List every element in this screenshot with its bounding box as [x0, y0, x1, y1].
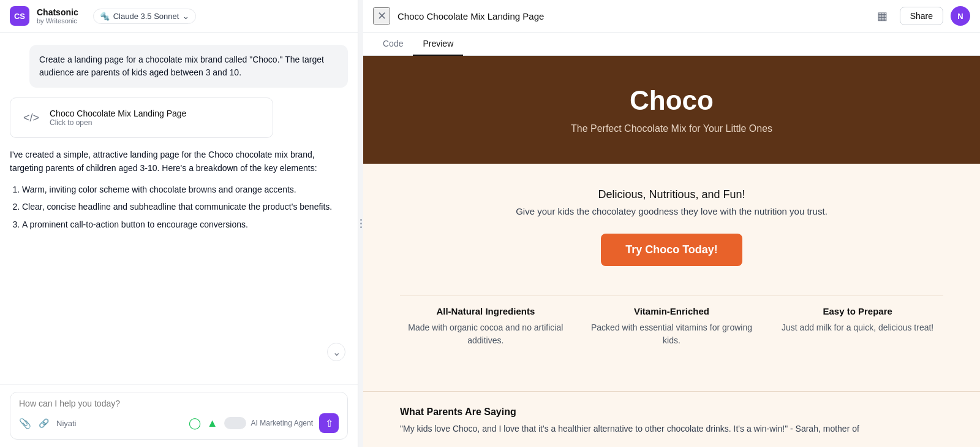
lp-testimonial: What Parents Are Saying "My kids love Ch…	[363, 391, 980, 447]
lp-feature-1-desc: Made with organic cocoa and no artificia…	[400, 321, 571, 347]
chevron-down-icon: ⌄	[333, 346, 341, 358]
copy-button[interactable]: ▦	[873, 6, 892, 26]
lp-hero-title: Choco	[388, 85, 956, 116]
lp-feature-3-title: Easy to Prepare	[772, 306, 943, 316]
code-icon: </>	[20, 107, 42, 129]
preview-title: Choco Chocolate Mix Landing Page	[398, 11, 865, 21]
lp-features: All-Natural Ingredients Made with organi…	[400, 296, 943, 367]
chat-input[interactable]	[19, 399, 339, 408]
divider-dot	[360, 223, 362, 224]
lp-feature-1-title: All-Natural Ingredients	[400, 306, 571, 316]
code-card-title: Choco Chocolate Mix Landing Page	[50, 109, 186, 118]
lp-feature-3: Easy to Prepare Just add milk for a quic…	[772, 306, 943, 347]
input-icons: 📎 🔗 Niyati	[19, 418, 77, 429]
tab-preview[interactable]: Preview	[413, 32, 463, 56]
lp-feature-2: Vitamin-Enriched Packed with essential v…	[586, 306, 758, 347]
ai-points: Warm, inviting color scheme with chocola…	[22, 183, 348, 231]
user-avatar: N	[951, 6, 970, 26]
model-name: Claude 3.5 Sonnet	[113, 12, 179, 21]
ai-point-3: A prominent call-to-action button to enc…	[22, 218, 348, 231]
lp-feature-2-title: Vitamin-Enriched	[586, 306, 758, 316]
ai-intro: I've created a simple, attractive landin…	[10, 148, 348, 175]
lp-body: Delicious, Nutritious, and Fun! Give you…	[363, 164, 980, 391]
right-panel: ✕ Choco Chocolate Mix Landing Page ▦ Sha…	[363, 0, 980, 447]
app-logo: CS	[10, 6, 29, 26]
scroll-down-button[interactable]: ⌄	[327, 343, 345, 361]
ai-marketing-toggle[interactable]	[224, 417, 246, 429]
tab-code[interactable]: Code	[373, 32, 413, 56]
link-icon[interactable]: 🔗	[39, 418, 49, 428]
lp-description: Give your kids the chocolatey goodness t…	[400, 206, 943, 216]
panel-divider[interactable]	[358, 0, 363, 447]
user-label: Niyati	[56, 419, 77, 428]
code-card-subtitle: Click to open	[50, 118, 186, 127]
lp-hero-subtitle: The Perfect Chocolate Mix for Your Littl…	[388, 123, 956, 134]
lp-hero: Choco The Perfect Chocolate Mix for Your…	[363, 56, 980, 164]
user-message: Create a landing page for a chocolate mi…	[29, 45, 348, 88]
divider-dots	[360, 219, 362, 228]
left-panel: CS Chatsonic by Writesonic 🔩 Claude 3.5 …	[0, 0, 358, 447]
divider-dot	[360, 226, 362, 228]
agent-toggle: AI Marketing Agent	[224, 417, 313, 429]
send-button[interactable]: ⇧	[319, 413, 339, 433]
lp-cta-button[interactable]: Try Choco Today!	[601, 234, 742, 266]
code-card-info: Choco Chocolate Mix Landing Page Click t…	[50, 109, 186, 127]
chat-messages: Create a landing page for a chocolate mi…	[0, 32, 358, 384]
share-button[interactable]: Share	[900, 7, 943, 25]
divider-dot	[360, 219, 362, 221]
ai-point-2: Clear, concise headline and subheadline …	[22, 200, 348, 213]
lp-feature-1: All-Natural Ingredients Made with organi…	[400, 306, 571, 347]
right-header: ✕ Choco Chocolate Mix Landing Page ▦ Sha…	[363, 0, 980, 32]
ai-point-1: Warm, inviting color scheme with chocola…	[22, 183, 348, 196]
lp-feature-2-desc: Packed with essential vitamins for growi…	[586, 321, 758, 347]
preview-area: Choco The Perfect Chocolate Mix for Your…	[363, 56, 980, 447]
app-name: Chatsonic	[37, 7, 78, 17]
lp-testimonial-text: "My kids love Choco, and I love that it'…	[400, 422, 943, 435]
ai-message: I've created a simple, attractive landin…	[10, 148, 348, 231]
app-subtitle: by Writesonic	[37, 17, 78, 25]
lp-feature-3-desc: Just add milk for a quick, delicious tre…	[772, 321, 943, 334]
close-button[interactable]: ✕	[373, 7, 390, 25]
green-icon-1: ◯	[189, 416, 201, 430]
chevron-down-icon: ⌄	[183, 12, 189, 21]
input-wrapper: 📎 🔗 Niyati ◯ ▲ AI Marketing Agent ⇧	[10, 392, 348, 440]
lp-testimonial-title: What Parents Are Saying	[400, 407, 943, 418]
agent-label: AI Marketing Agent	[251, 419, 313, 427]
tab-bar: Code Preview	[363, 32, 980, 56]
model-icon: 🔩	[100, 12, 110, 21]
attachment-icon[interactable]: 📎	[19, 418, 31, 429]
chat-input-area: 📎 🔗 Niyati ◯ ▲ AI Marketing Agent ⇧	[0, 384, 358, 447]
input-footer: 📎 🔗 Niyati ◯ ▲ AI Marketing Agent ⇧	[19, 413, 339, 433]
lp-tagline: Delicious, Nutritious, and Fun!	[400, 188, 943, 201]
input-right-controls: ◯ ▲ AI Marketing Agent ⇧	[189, 413, 339, 433]
app-info: Chatsonic by Writesonic	[37, 7, 78, 25]
header-bar: CS Chatsonic by Writesonic 🔩 Claude 3.5 …	[0, 0, 358, 32]
model-selector[interactable]: 🔩 Claude 3.5 Sonnet ⌄	[93, 9, 197, 24]
green-icon-2: ▲	[207, 417, 218, 430]
code-card[interactable]: </> Choco Chocolate Mix Landing Page Cli…	[10, 97, 273, 138]
